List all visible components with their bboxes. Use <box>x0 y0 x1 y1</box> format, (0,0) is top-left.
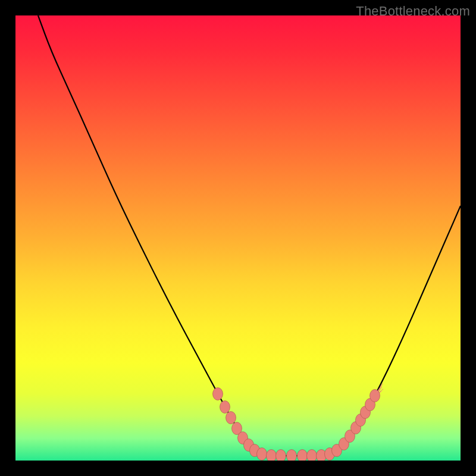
data-marker <box>370 390 380 402</box>
data-marker <box>267 450 277 461</box>
data-marker <box>226 412 236 424</box>
plot-area <box>15 15 461 461</box>
chart-svg <box>15 15 461 461</box>
data-marker <box>257 448 267 461</box>
data-marker <box>307 450 317 461</box>
data-markers <box>213 388 380 461</box>
data-marker <box>287 450 297 461</box>
data-marker <box>213 388 223 400</box>
chart-frame: TheBottleneck.com <box>0 0 476 476</box>
data-marker <box>276 450 286 461</box>
watermark-text: TheBottleneck.com <box>356 4 470 19</box>
bottleneck-curve-path <box>38 15 461 456</box>
data-marker <box>220 401 230 414</box>
data-marker <box>298 450 308 461</box>
